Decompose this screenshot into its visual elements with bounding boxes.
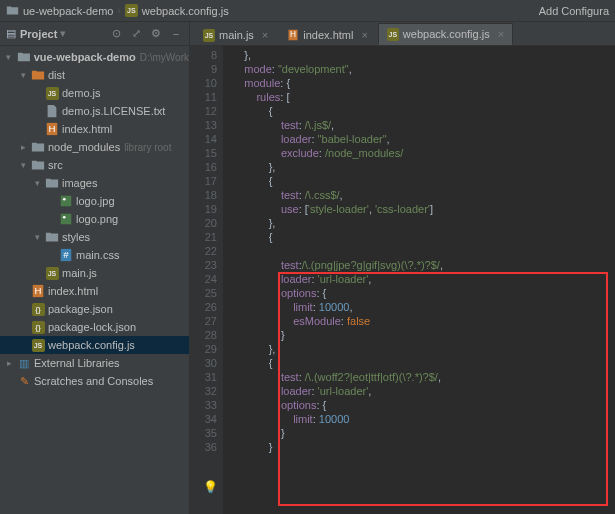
tree-item[interactable]: JSmain.js [0, 264, 189, 282]
code-editor[interactable]: 8910111213141516171819202122232425262728… [190, 46, 615, 514]
close-icon[interactable]: × [498, 28, 504, 40]
code-line[interactable]: } [232, 440, 615, 454]
tree-item[interactable]: ▾src [0, 156, 189, 174]
code-line[interactable] [232, 244, 615, 258]
tree-item[interactable]: JSwebpack.config.js [0, 336, 189, 354]
chevron-right-icon[interactable]: ▸ [4, 358, 14, 368]
code-line[interactable]: mode: "development", [232, 62, 615, 76]
code-line[interactable]: limit: 10000 [232, 412, 615, 426]
tab-label: main.js [219, 29, 254, 41]
line-number: 8 [192, 48, 217, 62]
code-line[interactable]: test:/\.(png|jpe?g|gif|svg)(\?.*)?$/, [232, 258, 615, 272]
code-line[interactable]: { [232, 174, 615, 188]
breadcrumb: ue-webpack-demo › JS webpack.config.js [6, 4, 229, 17]
tree-toggle[interactable]: ▾ [18, 160, 28, 170]
sidebar-title[interactable]: Project [20, 28, 57, 40]
code-line[interactable]: loader: "babel-loader", [232, 132, 615, 146]
tree-item[interactable]: JSdemo.js [0, 84, 189, 102]
tree-item[interactable]: ▾images [0, 174, 189, 192]
code-line[interactable]: }, [232, 160, 615, 174]
code-line[interactable]: }, [232, 216, 615, 230]
chevron-down-icon[interactable]: ▾ [4, 52, 14, 62]
project-sidebar: ▤ Project ▾ ⊙ ⤢ ⚙ − ▾ vue-webpack-demo D… [0, 22, 190, 514]
project-tree[interactable]: ▾ vue-webpack-demo D:\myWork ▾distJSdemo… [0, 46, 189, 514]
code-line[interactable]: exclude: /node_modules/ [232, 146, 615, 160]
line-number: 21 [192, 230, 217, 244]
intention-bulb-icon[interactable]: 💡 [203, 480, 215, 492]
tree-item[interactable]: logo.png [0, 210, 189, 228]
code-line[interactable]: loader: 'url-loader', [232, 384, 615, 398]
tree-root[interactable]: ▾ vue-webpack-demo D:\myWork [0, 48, 189, 66]
svg-point-4 [63, 216, 66, 219]
select-opened-file-icon[interactable]: ⊙ [109, 27, 123, 41]
code-line[interactable]: limit: 10000, [232, 300, 615, 314]
code-line[interactable]: }, [232, 48, 615, 62]
tree-item-label: package.json [48, 303, 113, 315]
code-line[interactable]: module: { [232, 76, 615, 90]
line-number: 10 [192, 76, 217, 90]
tree-item[interactable]: Hindex.html [0, 120, 189, 138]
tree-item[interactable]: ▾styles [0, 228, 189, 246]
tree-item[interactable]: {}package.json [0, 300, 189, 318]
code-line[interactable]: { [232, 230, 615, 244]
code-line[interactable]: use: ['style-loader', 'css-loader'] [232, 202, 615, 216]
tree-toggle[interactable]: ▾ [18, 70, 28, 80]
line-number: 15 [192, 146, 217, 160]
line-number: 31 [192, 370, 217, 384]
code-line[interactable]: } [232, 328, 615, 342]
svg-rect-1 [61, 196, 72, 207]
add-configuration-button[interactable]: Add Configura [539, 5, 609, 17]
js-file-icon: JS [203, 29, 215, 41]
tree-item-label: styles [62, 231, 90, 243]
html-file-icon: H [45, 122, 59, 136]
top-bar: ue-webpack-demo › JS webpack.config.js A… [0, 0, 615, 22]
tree-item[interactable]: #main.css [0, 246, 189, 264]
code-line[interactable]: options: { [232, 398, 615, 412]
code-line[interactable]: loader: 'url-loader', [232, 272, 615, 286]
editor-tab[interactable]: JSmain.js× [194, 23, 277, 45]
expand-all-icon[interactable]: ⤢ [129, 27, 143, 41]
editor-tabs: JSmain.js×Hindex.html×JSwebpack.config.j… [190, 22, 615, 46]
breadcrumb-project[interactable]: ue-webpack-demo [23, 5, 114, 17]
tree-item[interactable]: logo.jpg [0, 192, 189, 210]
close-icon[interactable]: × [361, 29, 367, 41]
svg-text:H: H [290, 30, 296, 39]
code-line[interactable]: test: /\.js$/, [232, 118, 615, 132]
code-line[interactable]: { [232, 356, 615, 370]
code-content[interactable]: }, mode: "development", module: { rules:… [224, 46, 615, 514]
chevron-down-icon[interactable]: ▾ [60, 27, 66, 40]
tree-toggle[interactable]: ▸ [18, 142, 28, 152]
code-line[interactable]: } [232, 426, 615, 440]
line-number: 36 [192, 440, 217, 454]
tree-item[interactable]: ▾dist [0, 66, 189, 84]
js-file-icon: JS [387, 28, 399, 40]
js-file-icon: JS [31, 338, 45, 352]
tree-toggle[interactable]: ▾ [32, 232, 42, 242]
tree-item[interactable]: Hindex.html [0, 282, 189, 300]
external-libraries[interactable]: ▸ ▥ External Libraries [0, 354, 189, 372]
folder-icon [17, 50, 31, 64]
img-file-icon [59, 194, 73, 208]
tree-item-label: node_modules [48, 141, 120, 153]
line-number: 17 [192, 174, 217, 188]
editor-tab[interactable]: JSwebpack.config.js× [378, 23, 513, 45]
code-line[interactable]: }, [232, 342, 615, 356]
tree-item[interactable]: {}package-lock.json [0, 318, 189, 336]
close-icon[interactable]: × [262, 29, 268, 41]
breadcrumb-file[interactable]: webpack.config.js [142, 5, 229, 17]
hide-icon[interactable]: − [169, 27, 183, 41]
tree-item[interactable]: ▸node_moduleslibrary root [0, 138, 189, 156]
code-line[interactable]: esModule: false [232, 314, 615, 328]
code-line[interactable]: { [232, 104, 615, 118]
gear-icon[interactable]: ⚙ [149, 27, 163, 41]
tree-toggle[interactable]: ▾ [32, 178, 42, 188]
code-line[interactable]: test: /\.css$/, [232, 188, 615, 202]
editor-tab[interactable]: Hindex.html× [278, 23, 377, 45]
code-line[interactable]: options: { [232, 286, 615, 300]
tree-item-label: demo.js [62, 87, 101, 99]
js-file-icon: JS [45, 266, 59, 280]
code-line[interactable]: test: /\.(woff2?|eot|ttf|otf)(\?.*)?$/, [232, 370, 615, 384]
scratches-consoles[interactable]: ✎ Scratches and Consoles [0, 372, 189, 390]
code-line[interactable]: rules: [ [232, 90, 615, 104]
tree-item[interactable]: demo.js.LICENSE.txt [0, 102, 189, 120]
